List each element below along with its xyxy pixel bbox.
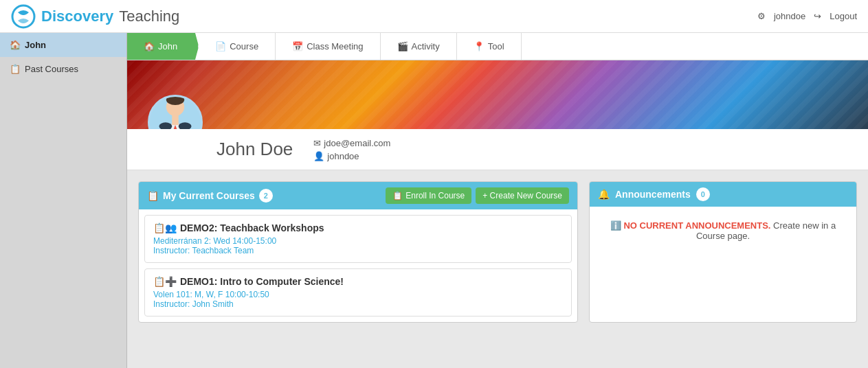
- courses-book-icon: 📋: [147, 190, 159, 201]
- profile-name: John Doe: [216, 139, 293, 160]
- courses-list: 📋👥 DEMO2: Teachback Workshops Mediterrán…: [139, 209, 577, 322]
- profile-banner: [127, 60, 868, 129]
- enroll-in-course-button[interactable]: 📋 Enroll In Course: [386, 187, 471, 204]
- tab-activity[interactable]: 🎬 Activity: [381, 33, 457, 60]
- logo-teaching: Teaching: [119, 8, 179, 25]
- course-location-2: Volen 101: M, W, F 10:00-10:50: [153, 290, 563, 299]
- main-layout: 🏠 John 📋 Past Courses 🏠 John 📄 Course 📅 …: [0, 33, 868, 368]
- svg-rect-6: [172, 115, 178, 125]
- bookmark-icon: 📋: [10, 64, 21, 74]
- tab-class-meeting-label: Class Meeting: [307, 41, 363, 51]
- enroll-icon: 📋: [392, 191, 403, 200]
- profile-info-bar: John Doe ✉ jdoe@email.com 👤 johndoe: [127, 129, 868, 170]
- tab-home-icon: 🏠: [144, 41, 155, 51]
- top-navigation: Discovery Teaching ⚙ johndoe ↪ Logout: [0, 0, 868, 33]
- announcements-header: 🔔 Announcements 0: [590, 182, 856, 207]
- course-icon-2: 📋➕: [153, 276, 177, 287]
- tab-class-meeting[interactable]: 📅 Class Meeting: [276, 33, 380, 60]
- announcements-body: ℹ️ NO CURRENT ANNOUNCEMENTS. Create new …: [590, 207, 856, 255]
- announcements-count-badge: 0: [696, 187, 710, 201]
- announcements-panel: 🔔 Announcements 0 ℹ️ NO CURRENT ANNOUNCE…: [589, 181, 857, 323]
- courses-header-buttons: 📋 Enroll In Course + Create New Course: [386, 187, 569, 204]
- courses-panel: 📋 My Current Courses 2 📋 Enroll In Cours…: [138, 181, 578, 323]
- logout-link[interactable]: Logout: [830, 11, 857, 21]
- no-announcements-text: NO CURRENT ANNOUNCEMENTS.: [623, 220, 770, 231]
- tab-john[interactable]: 🏠 John: [127, 33, 199, 60]
- courses-header-left: 📋 My Current Courses 2: [147, 189, 273, 203]
- tab-course[interactable]: 📄 Course: [199, 33, 276, 60]
- tab-bar: 🏠 John 📄 Course 📅 Class Meeting 🎬 Activi…: [127, 33, 868, 60]
- logo-icon: [11, 4, 36, 29]
- user-icon: 👤: [313, 151, 324, 161]
- home-icon: 🏠: [10, 40, 21, 50]
- profile-email-value: jdoe@email.com: [324, 138, 390, 148]
- sidebar-item-past-courses-label: Past Courses: [25, 64, 78, 74]
- tab-pin-icon: 📍: [474, 41, 485, 51]
- logo-discovery: Discovery: [41, 8, 113, 25]
- settings-icon: ⚙: [757, 11, 766, 21]
- logout-icon: ↪: [814, 11, 821, 21]
- profile-username: 👤 johndoe: [313, 151, 390, 161]
- courses-title: My Current Courses: [163, 190, 255, 201]
- svg-point-2: [166, 95, 184, 105]
- profile-username-value: johndoe: [327, 151, 359, 161]
- content-area: 📋 My Current Courses 2 📋 Enroll In Cours…: [127, 170, 868, 334]
- username-link[interactable]: johndoe: [774, 11, 805, 21]
- sidebar-item-john[interactable]: 🏠 John: [0, 33, 126, 57]
- table-row[interactable]: 📋➕ DEMO1: Intro to Computer Science! Vol…: [144, 268, 572, 317]
- profile-email: ✉ jdoe@email.com: [313, 138, 390, 148]
- tab-john-label: John: [158, 41, 177, 51]
- course-title-2: 📋➕ DEMO1: Intro to Computer Science!: [153, 276, 563, 287]
- avatar-image: [151, 95, 199, 129]
- bell-icon: 🔔: [598, 189, 610, 200]
- tab-calendar-icon: 📅: [292, 41, 303, 51]
- user-controls: ⚙ johndoe ↪ Logout: [757, 11, 857, 21]
- course-icon-1: 📋👥: [153, 222, 177, 233]
- course-name-1: DEMO2: Teachback Workshops: [180, 222, 324, 233]
- course-location-1: Mediterránan 2: Wed 14:00-15:00: [153, 236, 563, 246]
- enroll-label: Enroll In Course: [405, 191, 465, 200]
- info-icon: ℹ️: [610, 220, 621, 231]
- course-instructor-2: Instructor: John Smith: [153, 299, 563, 309]
- create-new-course-button[interactable]: + Create New Course: [476, 187, 569, 204]
- table-row[interactable]: 📋👥 DEMO2: Teachback Workshops Mediterrán…: [144, 215, 572, 263]
- profile-details: ✉ jdoe@email.com 👤 johndoe: [313, 138, 390, 161]
- svg-point-0: [12, 5, 34, 27]
- tab-book-icon: 📄: [215, 41, 226, 51]
- sidebar-item-past-courses[interactable]: 📋 Past Courses: [0, 57, 126, 81]
- svg-point-8: [179, 122, 192, 129]
- course-title-1: 📋👥 DEMO2: Teachback Workshops: [153, 222, 563, 233]
- courses-count-badge: 2: [259, 189, 273, 203]
- tab-course-label: Course: [230, 41, 258, 51]
- sidebar-item-john-label: John: [25, 40, 46, 50]
- course-name-2: DEMO1: Intro to Computer Science!: [180, 276, 344, 287]
- sidebar: 🏠 John 📋 Past Courses: [0, 33, 127, 368]
- main-content: 🏠 John 📄 Course 📅 Class Meeting 🎬 Activi…: [127, 33, 868, 368]
- tab-tool[interactable]: 📍 Tool: [457, 33, 522, 60]
- create-label: + Create New Course: [482, 191, 562, 200]
- email-icon: ✉: [313, 138, 321, 148]
- course-instructor-1: Instructor: Teachback Team: [153, 246, 563, 255]
- svg-point-7: [159, 122, 172, 129]
- tab-activity-label: Activity: [412, 41, 440, 51]
- avatar: [148, 95, 203, 129]
- logo: Discovery Teaching: [11, 4, 179, 29]
- courses-header: 📋 My Current Courses 2 📋 Enroll In Cours…: [139, 182, 577, 209]
- tab-tool-label: Tool: [488, 41, 504, 51]
- tab-film-icon: 🎬: [397, 41, 408, 51]
- announcements-title: Announcements: [615, 189, 691, 200]
